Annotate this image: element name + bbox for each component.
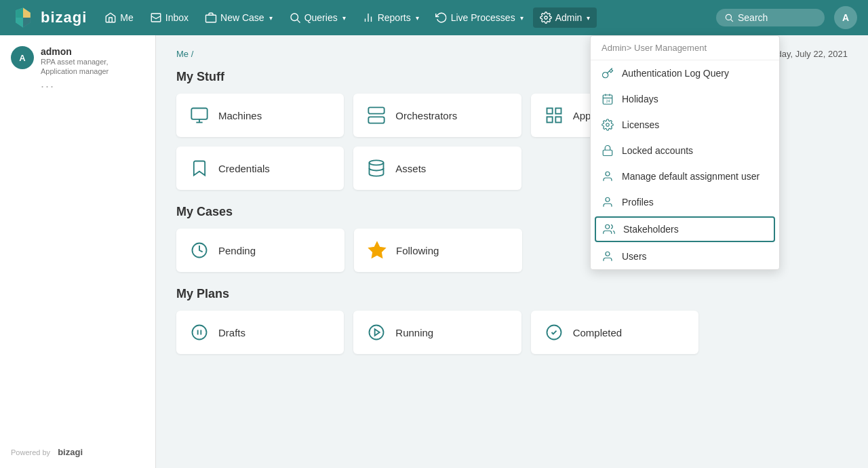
svg-point-43 [606,225,610,229]
nav-live-processes-label: Live Processes [451,12,515,23]
dropdown-item-locked-accounts[interactable]: Locked accounts [591,138,779,163]
card-credentials-label: Credentials [218,163,270,174]
sidebar-avatar: A [11,46,34,69]
dropdown-item-stakeholders[interactable]: Stakeholders [595,216,775,242]
nav-live-processes-caret: ▾ [520,14,524,22]
user-circle-icon [601,196,614,208]
nav-new-case-label: New Case [220,12,264,23]
dropdown-item-licenses[interactable]: Licenses [591,112,779,138]
search-box[interactable]: Search [716,9,825,26]
search-label: Search [738,12,768,23]
svg-rect-21 [547,109,552,114]
nav-reports[interactable]: Reports ▾ [355,7,426,28]
admin-dropdown-menu: Admin> User Management Authentication Lo… [590,35,780,270]
card-machines[interactable]: Machines [176,94,344,137]
card-running[interactable]: Running [353,311,521,354]
dropdown-item-users[interactable]: Users [591,243,779,269]
card-following[interactable]: Following [354,229,522,272]
nav-queries[interactable]: Queries ▾ [282,7,353,28]
nav-reports-caret: ▾ [416,14,419,22]
nav-live-processes[interactable]: Live Processes ▾ [429,7,530,28]
svg-point-11 [544,16,547,20]
card-running-label: Running [395,327,433,338]
svg-marker-1 [16,8,23,18]
dropdown-item-licenses-label: Licenses [622,119,659,130]
nav-inbox[interactable]: Inbox [143,7,195,28]
powered-by: Powered by bizagi [11,447,83,457]
nav-me-label: Me [120,12,133,23]
database-icon [367,159,386,178]
card-orchestrators[interactable]: Orchestrators [353,94,521,137]
svg-marker-3 [16,18,23,27]
svg-rect-22 [555,109,561,114]
svg-rect-14 [191,109,207,119]
svg-point-6 [291,14,298,21]
card-assets[interactable]: Assets [353,147,521,190]
dropdown-item-profiles[interactable]: Profiles [591,189,779,215]
card-pending-label: Pending [218,245,256,256]
nav-me[interactable]: Me [98,7,140,28]
svg-rect-23 [547,117,552,122]
key-icon [601,67,614,79]
nav-admin-caret: ▾ [587,14,590,22]
card-completed[interactable]: Completed [531,311,698,354]
star-icon [368,241,387,260]
sidebar-more-button[interactable]: ··· [41,79,144,94]
licenses-gear-icon [601,119,614,131]
card-credentials[interactable]: Credentials [176,147,344,190]
svg-line-7 [297,20,300,22]
monitor-icon [190,106,209,125]
svg-rect-17 [369,107,384,113]
sidebar-user-info: admon RPA asset manager, Application man… [41,46,144,94]
nav-reports-label: Reports [378,12,411,23]
logo-icon [11,5,35,30]
dropdown-item-auth-log[interactable]: Authentication Log Query [591,60,779,86]
dropdown-item-locked-accounts-label: Locked accounts [622,145,693,156]
bookmark-icon [190,159,209,178]
server-icon [367,106,386,125]
sidebar: A admon RPA asset manager, Application m… [0,35,156,468]
lock-icon [601,144,614,157]
calendar-icon: 24 [601,93,614,105]
search-icon [724,13,734,22]
users-icon [603,223,615,235]
card-assets-label: Assets [395,163,426,174]
dropdown-item-auth-log-label: Authentication Log Query [622,68,729,79]
card-drafts[interactable]: Drafts [176,311,344,354]
user-check-icon [601,170,614,182]
card-pending[interactable]: Pending [176,229,344,272]
svg-point-42 [606,197,610,201]
svg-text:24: 24 [606,99,610,103]
dropdown-item-stakeholders-label: Stakeholders [623,224,679,235]
svg-marker-2 [23,8,31,18]
dropdown-item-manage-default[interactable]: Manage default assignment user [591,163,779,189]
svg-point-31 [370,326,384,340]
card-orchestrators-label: Orchestrators [395,110,457,121]
nav-inbox-label: Inbox [165,12,189,23]
powered-by-logo: bizagi [58,447,83,457]
nav-admin[interactable]: Admin ▾ [533,7,597,28]
svg-point-39 [606,123,610,127]
breadcrumb-me[interactable]: Me [176,49,189,59]
user-avatar-button[interactable]: A [834,6,857,29]
card-following-label: Following [396,245,439,256]
svg-marker-32 [375,329,380,335]
nav-new-case[interactable]: New Case ▾ [198,7,279,28]
dropdown-item-holidays[interactable]: 24 Holidays [591,86,779,112]
dropdown-item-manage-default-label: Manage default assignment user [622,171,760,182]
svg-point-28 [193,326,207,340]
svg-line-13 [731,20,733,22]
svg-rect-5 [206,15,216,22]
dropdown-header: Admin> User Management [591,36,779,60]
svg-point-12 [726,14,731,20]
sidebar-username: admon [41,46,144,57]
brand-name: bizagi [41,9,87,26]
logo[interactable]: bizagi [11,5,87,30]
nav-new-case-caret: ▾ [269,14,273,22]
nav-admin-label: Admin [555,12,583,23]
card-completed-label: Completed [573,327,623,338]
card-drafts-label: Drafts [218,327,245,338]
top-navigation: bizagi Me Inbox New Case ▾ Queries ▾ Rep… [0,0,868,35]
nav-queries-caret: ▾ [342,14,346,22]
svg-point-25 [370,160,384,165]
